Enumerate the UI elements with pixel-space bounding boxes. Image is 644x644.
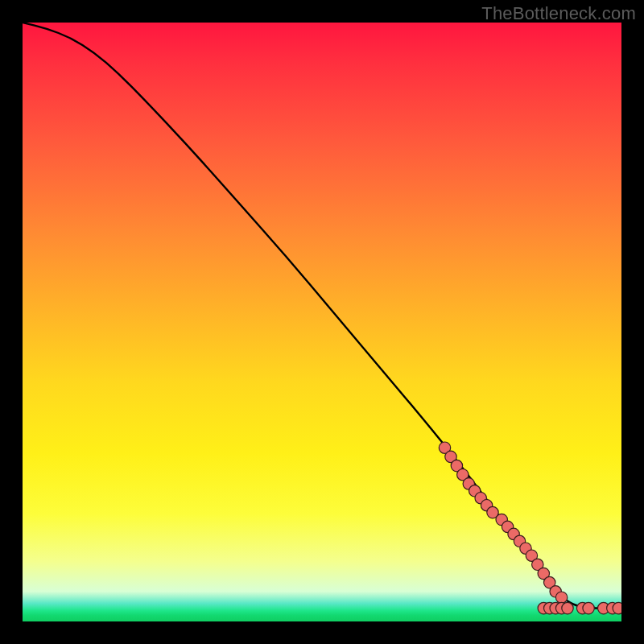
watermark-label: TheBottleneck.com bbox=[481, 3, 636, 24]
data-point bbox=[562, 602, 573, 613]
data-points bbox=[439, 442, 621, 614]
data-point bbox=[583, 602, 594, 613]
main-curve bbox=[23, 23, 621, 609]
chart-frame: TheBottleneck.com bbox=[0, 0, 644, 644]
data-point bbox=[613, 602, 621, 613]
plot-area bbox=[23, 23, 621, 621]
data-point bbox=[555, 592, 567, 603]
chart-overlay bbox=[23, 23, 621, 621]
